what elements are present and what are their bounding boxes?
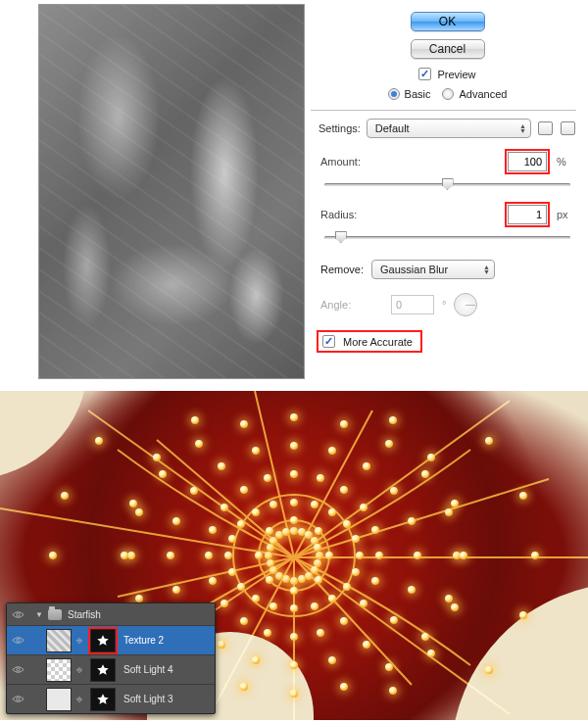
texture-node: [328, 656, 336, 664]
radius-slider[interactable]: [320, 230, 574, 244]
amount-slider[interactable]: [320, 177, 574, 191]
disclosure-triangle-icon[interactable]: ▼: [34, 610, 44, 619]
document-canvas[interactable]: ▼ Starfish ⎆Texture 2⎆Soft Light 4⎆Soft …: [0, 391, 588, 720]
layer-thumbnail[interactable]: [46, 688, 72, 711]
layer-mask-thumbnail[interactable]: [90, 629, 116, 652]
texture-node: [49, 552, 57, 559]
texture-node: [127, 552, 135, 559]
remove-select[interactable]: Gaussian Blur ▲▼: [371, 260, 495, 279]
texture-node: [340, 617, 348, 625]
layer-group-header[interactable]: ▼ Starfish: [7, 603, 215, 625]
amount-input[interactable]: [508, 152, 547, 171]
texture-node: [385, 663, 393, 671]
cancel-button[interactable]: Cancel: [411, 39, 485, 59]
visibility-toggle[interactable]: [7, 695, 28, 703]
layer-mask-thumbnail[interactable]: [90, 688, 116, 711]
texture-node: [237, 583, 245, 591]
texture-node: [209, 577, 217, 585]
texture-node: [220, 504, 228, 511]
texture-node: [252, 656, 260, 664]
preview-checkbox-label: Preview: [437, 69, 475, 80]
texture-node: [264, 629, 271, 637]
mode-advanced-radio[interactable]: Advanced: [442, 88, 507, 100]
texture-node: [375, 552, 383, 559]
layer-row[interactable]: ⎆Soft Light 3: [7, 684, 215, 713]
texture-node: [270, 501, 277, 508]
texture-node: [316, 552, 323, 559]
texture-node: [190, 487, 198, 495]
ok-button[interactable]: OK: [411, 12, 485, 31]
angle-label: Angle:: [320, 299, 383, 311]
texture-node: [290, 413, 298, 421]
texture-node: [209, 526, 217, 534]
filter-preview[interactable]: [38, 4, 305, 379]
visibility-toggle[interactable]: [7, 665, 28, 674]
eye-icon: [12, 610, 24, 619]
texture-node: [317, 474, 324, 482]
texture-node: [340, 420, 348, 428]
texture-node: [267, 559, 274, 567]
eye-icon: [12, 636, 24, 645]
texture-node: [290, 661, 298, 669]
texture-node: [266, 576, 273, 584]
radio-dot-icon: [388, 88, 400, 100]
save-preset-icon[interactable]: [538, 121, 553, 135]
texture-node: [266, 527, 273, 535]
layer-name-label: Soft Light 3: [123, 694, 173, 704]
layer-mask-thumbnail[interactable]: [90, 658, 116, 682]
mask-link-icon[interactable]: ⎆: [72, 694, 87, 704]
layer-row[interactable]: ⎆Soft Light 4: [7, 654, 215, 684]
delete-preset-icon[interactable]: [561, 121, 575, 135]
texture-node: [135, 595, 143, 602]
mode-basic-label: Basic: [405, 88, 431, 100]
texture-node: [408, 517, 416, 525]
texture-node: [389, 416, 397, 424]
texture-node: [414, 552, 421, 559]
texture-node: [282, 528, 290, 536]
texture-node: [343, 583, 351, 591]
more-accurate-checkbox[interactable]: More Accurate: [318, 332, 420, 351]
texture-node: [451, 500, 459, 507]
settings-label: Settings:: [318, 122, 361, 134]
remove-label: Remove:: [320, 264, 364, 275]
layer-thumbnail[interactable]: [46, 629, 72, 652]
visibility-toggle[interactable]: [7, 636, 28, 645]
texture-node: [172, 586, 180, 594]
layer-row[interactable]: ⎆Texture 2: [7, 625, 215, 654]
texture-node: [360, 504, 368, 511]
settings-select[interactable]: Default ▲▼: [367, 119, 531, 138]
texture-node: [224, 552, 232, 559]
mode-basic-radio[interactable]: Basic: [388, 88, 431, 100]
texture-node: [220, 600, 228, 607]
radius-input[interactable]: [508, 205, 547, 224]
texture-node: [290, 442, 298, 450]
texture-node: [451, 603, 459, 611]
texture-node: [95, 437, 103, 445]
settings-select-value: Default: [375, 122, 410, 134]
visibility-toggle[interactable]: [7, 610, 28, 619]
texture-node: [172, 517, 180, 525]
eye-icon: [12, 695, 24, 703]
mask-link-icon[interactable]: ⎆: [72, 635, 87, 646]
angle-dial-icon: [454, 293, 477, 316]
texture-node: [290, 516, 298, 524]
select-arrows-icon: ▲▼: [519, 123, 526, 133]
texture-node: [421, 633, 429, 641]
texture-node: [340, 486, 348, 494]
texture-node: [445, 595, 453, 602]
texture-node: [267, 544, 274, 552]
texture-node: [445, 508, 453, 516]
layer-thumbnail[interactable]: [46, 658, 72, 682]
texture-node: [240, 617, 248, 625]
angle-unit: °: [442, 299, 446, 311]
texture-node: [371, 577, 379, 585]
texture-node: [195, 440, 203, 448]
texture-node: [315, 576, 322, 584]
texture-node: [153, 454, 161, 461]
mode-advanced-label: Advanced: [459, 88, 507, 100]
mask-link-icon[interactable]: ⎆: [72, 664, 87, 675]
texture-node: [314, 544, 321, 552]
select-arrows-icon: ▲▼: [483, 265, 490, 274]
preview-checkbox[interactable]: [418, 68, 431, 80]
texture-node: [485, 437, 493, 445]
